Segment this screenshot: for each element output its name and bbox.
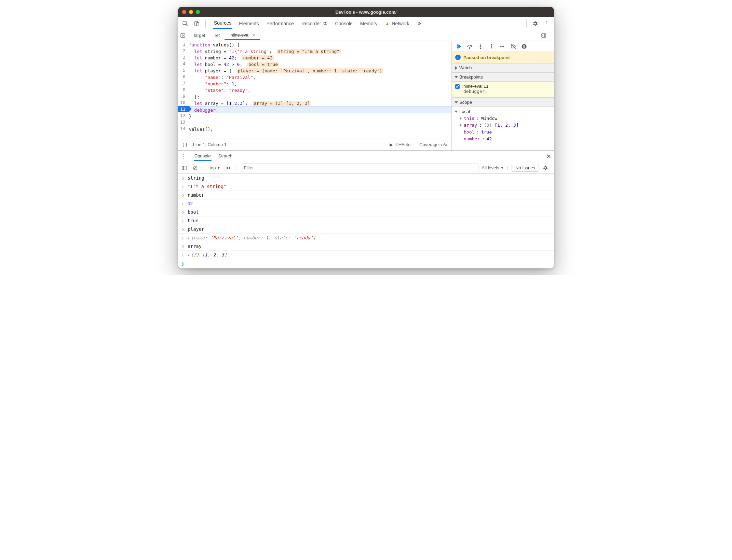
line-number[interactable]: 5 <box>178 67 189 73</box>
code-line[interactable]: debugger; <box>189 107 451 113</box>
svg-marker-15 <box>490 45 492 46</box>
console-output-line: true <box>178 216 554 225</box>
svg-marker-13 <box>479 46 481 47</box>
source-tab-inline-eval[interactable]: inline-eval × <box>225 31 260 40</box>
step-over-icon[interactable] <box>465 42 474 51</box>
watch-section-header[interactable]: Watch <box>452 63 554 72</box>
svg-marker-18 <box>503 45 504 47</box>
line-number[interactable]: 7 <box>178 80 189 86</box>
step-into-icon[interactable] <box>476 42 485 51</box>
drawer-menu-icon[interactable]: ⋮ <box>181 153 188 160</box>
svg-marker-8 <box>543 35 543 36</box>
svg-marker-5 <box>183 35 184 36</box>
line-number[interactable]: 10 <box>178 99 189 106</box>
line-number[interactable]: 9 <box>178 93 189 99</box>
devtools-main-toolbar: SourcesElementsPerformanceRecorder ⚗Cons… <box>178 17 554 30</box>
drawer-tab-console[interactable]: Console <box>194 152 212 161</box>
console-prompt[interactable]: ❯ <box>178 259 554 268</box>
scope-variable[interactable]: this: Window <box>460 115 552 122</box>
svg-rect-3 <box>181 33 185 37</box>
console-input-line: player <box>178 225 554 234</box>
svg-marker-25 <box>185 167 185 168</box>
line-number[interactable]: 3 <box>178 54 189 60</box>
window-minimize-button[interactable] <box>189 10 193 14</box>
console-input-line: string <box>178 174 554 182</box>
code-line[interactable]: "state": "ready", <box>189 87 451 94</box>
line-number[interactable]: 4 <box>178 60 189 67</box>
line-number[interactable]: 11 <box>178 106 189 112</box>
code-line[interactable] <box>189 120 451 126</box>
close-drawer-icon[interactable]: ✕ <box>546 153 551 160</box>
issues-button[interactable]: No Issues <box>512 164 539 172</box>
kebab-menu-icon[interactable]: ⋮ <box>542 18 552 29</box>
debugger-sidebar: i Paused on breakpoint Watch Breakpoints… <box>451 41 554 150</box>
tab-recorder[interactable]: Recorder ⚗ <box>301 18 328 29</box>
settings-icon[interactable] <box>530 18 540 29</box>
clear-console-icon[interactable] <box>192 165 200 171</box>
scope-variable[interactable]: array: (3) [1, 2, 3] <box>460 122 552 129</box>
tab-console[interactable]: Console <box>334 18 353 29</box>
deactivate-breakpoints-icon[interactable] <box>509 42 517 51</box>
tab-sources[interactable]: Sources <box>213 18 232 29</box>
line-number[interactable]: 1 <box>178 41 189 47</box>
code-line[interactable]: let bool = 42 > 0; bool = true <box>189 61 451 68</box>
code-line[interactable]: }; <box>189 94 451 100</box>
line-number[interactable]: 14 <box>178 125 189 132</box>
step-icon[interactable] <box>498 42 506 51</box>
more-tabs-icon[interactable] <box>414 18 424 29</box>
coverage-label: Coverage: n/a <box>419 142 447 147</box>
context-selector[interactable]: top ▼ <box>208 164 222 171</box>
scope-variable[interactable]: number: 42 <box>460 136 552 142</box>
show-navigator-icon[interactable] <box>180 33 189 38</box>
window-titlebar: DevTools - www.google.com/ <box>178 7 554 17</box>
run-snippet-button[interactable]: ▶ ⌘+Enter <box>390 142 412 147</box>
step-out-icon[interactable] <box>487 42 496 51</box>
window-maximize-button[interactable] <box>196 10 200 14</box>
svg-point-17 <box>500 46 501 47</box>
line-number[interactable]: 12 <box>178 112 189 119</box>
console-settings-icon[interactable] <box>542 165 551 171</box>
code-line[interactable]: values(); <box>189 126 451 132</box>
code-line[interactable]: "number": 1, <box>189 81 451 87</box>
code-line[interactable]: let number = 42; number = 42 <box>189 55 451 61</box>
svg-line-27 <box>194 167 196 169</box>
drawer-tab-search[interactable]: Search <box>218 152 233 161</box>
code-line[interactable]: } <box>189 113 451 120</box>
code-line[interactable]: let player = { player = {name: 'Parzival… <box>189 68 451 74</box>
scope-variable[interactable]: bool: true <box>460 129 552 136</box>
scope-section-header[interactable]: Scope <box>452 98 554 107</box>
code-line[interactable]: let string = 'I\'m a string'; string = "… <box>189 48 451 55</box>
code-line[interactable]: let array = [1,2,3]; array = (3) [1, 2, … <box>189 100 451 107</box>
device-toolbar-icon[interactable] <box>192 18 202 29</box>
breakpoint-item[interactable]: inline-eval:11 <box>455 84 551 89</box>
window-close-button[interactable] <box>182 10 186 14</box>
line-number[interactable]: 8 <box>178 86 189 93</box>
info-icon: i <box>455 55 461 60</box>
resume-icon[interactable] <box>455 42 463 51</box>
scope-local-header[interactable]: Local <box>455 108 552 115</box>
source-tab-ref[interactable]: ref <box>210 31 225 40</box>
line-number[interactable]: 6 <box>178 73 189 80</box>
source-tab-target[interactable]: target <box>189 31 210 40</box>
line-number[interactable]: 2 <box>178 47 189 54</box>
breakpoint-checkbox[interactable] <box>455 84 460 89</box>
console-filter-input[interactable] <box>241 164 478 172</box>
pause-on-exceptions-icon[interactable] <box>520 42 528 51</box>
svg-point-14 <box>480 48 481 49</box>
live-expression-icon[interactable] <box>225 166 233 170</box>
tab-memory[interactable]: Memory <box>360 18 378 29</box>
console-sidebar-icon[interactable] <box>181 165 189 171</box>
breakpoints-section-header[interactable]: Breakpoints <box>452 72 554 82</box>
code-line[interactable]: function values() { <box>189 42 451 48</box>
tab-elements[interactable]: Elements <box>238 18 259 29</box>
tab-network[interactable]: ▲Network <box>384 18 410 29</box>
inspect-element-icon[interactable] <box>180 18 190 29</box>
tab-performance[interactable]: Performance <box>266 18 295 29</box>
breakpoint-label: inline-eval:11 <box>462 84 489 89</box>
show-debugger-icon[interactable] <box>541 33 550 38</box>
code-line[interactable]: "name": "Parzival", <box>189 74 451 81</box>
line-number[interactable]: 13 <box>178 119 189 125</box>
close-tab-icon[interactable]: × <box>252 32 255 38</box>
log-levels-selector[interactable]: All levels ▼ <box>482 165 504 170</box>
pretty-print-icon[interactable]: { } <box>182 142 188 148</box>
